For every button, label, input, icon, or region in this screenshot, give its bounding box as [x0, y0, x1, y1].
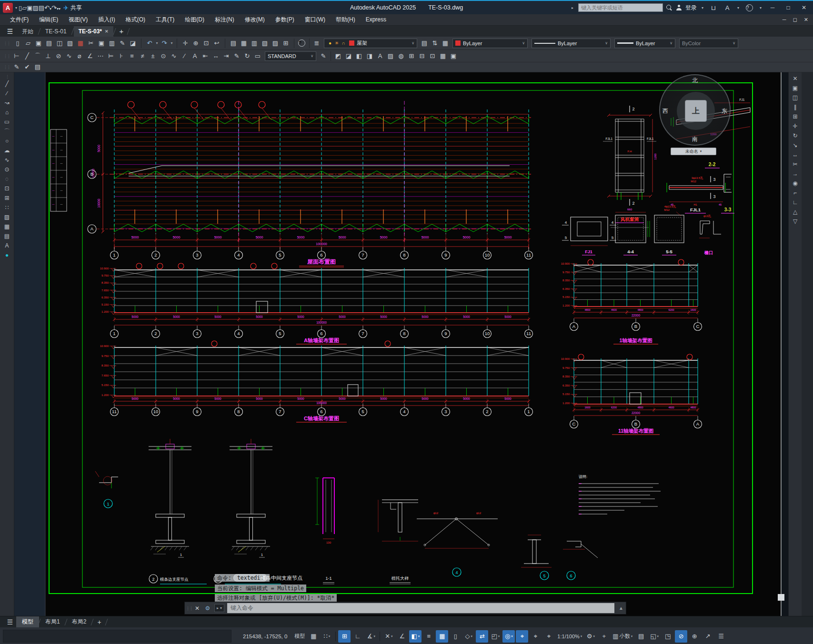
lineweight-caret-icon[interactable]: ∨: [670, 41, 672, 45]
ordinate-icon[interactable]: ⊥: [43, 51, 53, 61]
lineweight-display-icon[interactable]: ≡: [422, 630, 435, 643]
qsaveas-icon[interactable]: ▨: [32, 4, 38, 11]
viewport-max-icon[interactable]: ◰▾: [489, 630, 502, 643]
autodesk-caret-icon[interactable]: ▾: [737, 6, 739, 10]
revision-cloud-icon[interactable]: ☁: [2, 146, 12, 155]
hardware-accel-icon[interactable]: ⊘: [675, 630, 687, 643]
polar-tracking-icon[interactable]: ∡▾: [365, 630, 377, 643]
quick-properties-icon[interactable]: ▤: [635, 630, 647, 643]
file-tab-0[interactable]: 开始: [17, 26, 38, 37]
doc-restore-icon[interactable]: ◻: [793, 17, 797, 23]
pan-icon[interactable]: ✛: [180, 39, 191, 48]
color-caret-icon[interactable]: ∨: [522, 41, 525, 45]
menu-item-9[interactable]: 参数(P): [270, 14, 300, 25]
angular-icon[interactable]: ∠: [85, 51, 95, 61]
ellipse-arc-icon[interactable]: ◌: [2, 175, 12, 184]
clean-screen-icon[interactable]: ↗: [702, 630, 714, 643]
line-icon[interactable]: ╱: [2, 79, 12, 89]
lineweight-dropdown[interactable]: ByLayer ∨: [614, 39, 675, 48]
dim-style-dropdown[interactable]: STANDARD ∨: [265, 51, 316, 61]
break-icon[interactable]: ◉: [790, 179, 801, 188]
zoom-window-icon[interactable]: ⊡: [201, 39, 211, 48]
menu-item-2[interactable]: 视图(V): [63, 14, 93, 25]
isolate-objects-icon[interactable]: ◳: [662, 630, 674, 643]
trim-icon[interactable]: ✂: [790, 160, 801, 169]
object-snap-icon[interactable]: ✕▾: [382, 630, 395, 643]
edit-text-icon[interactable]: ✎: [11, 62, 22, 72]
snap-icon[interactable]: ∷▾: [321, 630, 333, 643]
annotation-sync-icon[interactable]: ⌖: [529, 630, 542, 643]
annotation-front-icon[interactable]: ◍: [396, 51, 406, 61]
file-tab-menu-icon[interactable]: ☰: [3, 26, 17, 37]
doc-close-icon[interactable]: ✕: [804, 17, 808, 23]
color-dropdown[interactable]: ByLayer ∨: [452, 39, 528, 48]
osnap-tracking-icon[interactable]: ◧▾: [409, 630, 422, 643]
command-close-icon[interactable]: ✕: [193, 605, 201, 612]
user-icon[interactable]: [676, 5, 682, 11]
menu-item-4[interactable]: 格式(O): [120, 14, 151, 25]
bring-front-icon[interactable]: ◩: [333, 51, 343, 61]
close-tab-icon[interactable]: ✕: [105, 26, 109, 37]
scale-list-icon[interactable]: ⌖: [542, 630, 555, 643]
annotation-visibility-icon[interactable]: ◎▾: [502, 630, 515, 643]
layer-dropdown-caret-icon[interactable]: ∨: [412, 41, 414, 45]
polyline-icon[interactable]: ↝: [2, 99, 12, 108]
oblique-icon[interactable]: ∕: [179, 51, 190, 61]
export-dwf-icon[interactable]: ▦: [75, 39, 86, 48]
named-group-icon[interactable]: ▦: [438, 51, 448, 61]
bring-above-icon[interactable]: ◧: [354, 51, 364, 61]
dim-style-icon[interactable]: ▭: [252, 51, 263, 61]
grid-icon[interactable]: ▦: [307, 630, 320, 643]
menu-item-1[interactable]: 编辑(E): [34, 14, 63, 25]
match-properties-icon[interactable]: ✎: [117, 39, 128, 48]
transparency-icon[interactable]: ▦: [436, 630, 448, 643]
command-input[interactable]: 键入命令: [227, 603, 614, 613]
aligned-dim-icon[interactable]: ╱: [22, 51, 32, 61]
menu-item-11[interactable]: 帮助(H): [331, 14, 361, 25]
create-block-icon[interactable]: ⊞: [2, 194, 12, 203]
group-edit-icon[interactable]: ⊡: [427, 51, 438, 61]
layout-tab-2[interactable]: 布局2: [66, 616, 92, 627]
stretch-icon[interactable]: ↔: [790, 150, 801, 159]
customize-icon[interactable]: ☰: [715, 630, 727, 643]
construction-line-icon[interactable]: ∕: [2, 89, 12, 98]
save-icon[interactable]: ▣: [33, 39, 44, 48]
viewcube-east[interactable]: 东: [722, 107, 727, 115]
layer-dropdown[interactable]: ●☀∩ 屋架 ∨: [324, 39, 417, 48]
viewcube-south[interactable]: 南: [660, 135, 730, 143]
baseline-icon[interactable]: ⊨: [106, 51, 116, 61]
new-icon[interactable]: ▯: [12, 39, 23, 48]
dim-style-caret-icon[interactable]: ∨: [311, 54, 313, 58]
fillet-icon[interactable]: ∟: [790, 198, 801, 207]
layer-sun-icon[interactable]: ☀: [333, 40, 340, 46]
signin-caret-icon[interactable]: ▾: [702, 6, 703, 10]
text-front-icon[interactable]: A: [375, 51, 385, 61]
mirror-icon[interactable]: ◫: [790, 93, 801, 102]
text-center-icon[interactable]: ↔: [211, 51, 221, 61]
ellipse-icon[interactable]: ⊙: [2, 165, 12, 174]
layer-match-icon[interactable]: ⇅: [430, 39, 440, 48]
performance-icon[interactable]: ⊕: [688, 630, 701, 643]
layer-bulb-icon[interactable]: ●: [327, 40, 333, 46]
infer-constraints-icon[interactable]: ∠: [396, 630, 408, 643]
jogged-icon[interactable]: ∿: [64, 51, 74, 61]
linetype-caret-icon[interactable]: ∨: [605, 41, 608, 45]
qmore-caret[interactable]: ▾: [59, 7, 60, 11]
designcenter-icon[interactable]: ▦: [239, 39, 249, 48]
join-icon[interactable]: △: [790, 208, 801, 217]
properties-icon[interactable]: ▤: [228, 39, 239, 48]
dynamic-input-icon[interactable]: ⊞: [338, 630, 351, 643]
units-label[interactable]: ▥小数▾: [611, 630, 634, 643]
dim-space-icon[interactable]: ≡: [127, 51, 137, 61]
layout-tab-1[interactable]: 布局1: [40, 616, 66, 627]
style-apply-icon[interactable]: ✎: [318, 51, 329, 61]
layer-lock-icon[interactable]: ∩: [340, 40, 347, 46]
tolerance-icon[interactable]: ±: [148, 51, 158, 61]
sheetset-icon[interactable]: ▧: [260, 39, 270, 48]
extend-icon[interactable]: →: [790, 169, 801, 178]
send-under-icon[interactable]: ◨: [364, 51, 375, 61]
qundo-icon[interactable]: ↶: [44, 4, 50, 11]
lock-ui-icon[interactable]: ◱▾: [648, 630, 661, 643]
quickcalc-icon[interactable]: ⊞: [281, 39, 291, 48]
copy-tool-icon[interactable]: ▣: [790, 84, 801, 93]
